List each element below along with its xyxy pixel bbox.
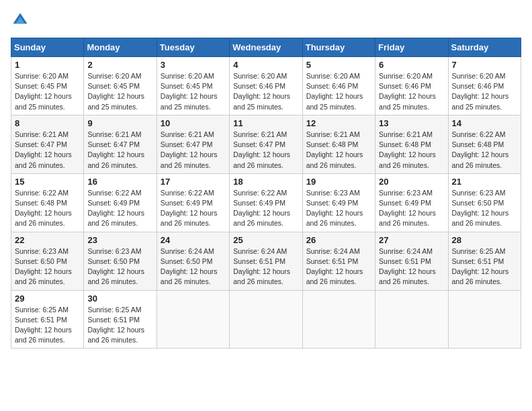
calendar-cell: 20Sunrise: 6:23 AMSunset: 6:49 PMDayligh… <box>375 173 448 232</box>
calendar-cell <box>375 290 448 349</box>
day-number: 11 <box>233 118 298 128</box>
day-number: 12 <box>306 118 371 128</box>
day-info: Sunrise: 6:22 AMSunset: 6:49 PMDaylight:… <box>87 188 152 229</box>
day-number: 23 <box>87 235 152 245</box>
day-info: Sunrise: 6:21 AMSunset: 6:47 PMDaylight:… <box>15 130 80 171</box>
day-header-tuesday: Tuesday <box>157 38 229 57</box>
day-number: 28 <box>452 235 517 245</box>
day-info: Sunrise: 6:25 AMSunset: 6:51 PMDaylight:… <box>452 246 517 287</box>
day-header-saturday: Saturday <box>448 38 521 57</box>
day-info: Sunrise: 6:23 AMSunset: 6:50 PMDaylight:… <box>452 188 517 229</box>
day-number: 4 <box>233 60 298 70</box>
day-number: 20 <box>379 177 444 187</box>
calendar-cell: 6Sunrise: 6:20 AMSunset: 6:46 PMDaylight… <box>375 57 448 116</box>
calendar-cell: 1Sunrise: 6:20 AMSunset: 6:45 PMDaylight… <box>11 57 84 116</box>
day-info: Sunrise: 6:20 AMSunset: 6:46 PMDaylight:… <box>233 71 298 112</box>
calendar-cell: 3Sunrise: 6:20 AMSunset: 6:45 PMDaylight… <box>157 57 229 116</box>
calendar-cell: 28Sunrise: 6:25 AMSunset: 6:51 PMDayligh… <box>448 232 521 290</box>
calendar-cell <box>302 290 375 349</box>
calendar-table: SundayMondayTuesdayWednesdayThursdayFrid… <box>11 38 521 349</box>
calendar-week-3: 15Sunrise: 6:22 AMSunset: 6:48 PMDayligh… <box>11 173 521 232</box>
day-number: 19 <box>306 177 371 187</box>
calendar-cell: 10Sunrise: 6:21 AMSunset: 6:47 PMDayligh… <box>157 115 229 173</box>
day-header-wednesday: Wednesday <box>230 38 302 57</box>
day-info: Sunrise: 6:24 AMSunset: 6:50 PMDaylight:… <box>161 246 226 287</box>
calendar-cell: 17Sunrise: 6:22 AMSunset: 6:49 PMDayligh… <box>157 173 229 232</box>
calendar-cell: 26Sunrise: 6:24 AMSunset: 6:51 PMDayligh… <box>302 232 375 290</box>
day-info: Sunrise: 6:22 AMSunset: 6:49 PMDaylight:… <box>161 188 226 229</box>
day-info: Sunrise: 6:21 AMSunset: 6:48 PMDaylight:… <box>379 130 444 171</box>
logo-icon <box>11 11 30 30</box>
day-info: Sunrise: 6:25 AMSunset: 6:51 PMDaylight:… <box>15 305 80 346</box>
day-number: 8 <box>15 118 80 128</box>
day-number: 21 <box>452 177 517 187</box>
day-number: 26 <box>306 235 371 245</box>
calendar-week-5: 29Sunrise: 6:25 AMSunset: 6:51 PMDayligh… <box>11 290 521 349</box>
calendar-cell <box>230 290 302 349</box>
day-info: Sunrise: 6:21 AMSunset: 6:47 PMDaylight:… <box>161 130 226 171</box>
calendar-cell: 27Sunrise: 6:24 AMSunset: 6:51 PMDayligh… <box>375 232 448 290</box>
calendar-cell: 15Sunrise: 6:22 AMSunset: 6:48 PMDayligh… <box>11 173 84 232</box>
calendar-cell: 22Sunrise: 6:23 AMSunset: 6:50 PMDayligh… <box>11 232 84 290</box>
day-info: Sunrise: 6:20 AMSunset: 6:46 PMDaylight:… <box>306 71 371 112</box>
day-info: Sunrise: 6:24 AMSunset: 6:51 PMDaylight:… <box>233 246 298 287</box>
calendar-week-4: 22Sunrise: 6:23 AMSunset: 6:50 PMDayligh… <box>11 232 521 290</box>
day-number: 13 <box>379 118 444 128</box>
day-info: Sunrise: 6:21 AMSunset: 6:47 PMDaylight:… <box>233 130 298 171</box>
calendar-cell: 14Sunrise: 6:22 AMSunset: 6:48 PMDayligh… <box>448 115 521 173</box>
day-info: Sunrise: 6:22 AMSunset: 6:48 PMDaylight:… <box>452 130 517 171</box>
day-number: 24 <box>161 235 226 245</box>
calendar-cell: 9Sunrise: 6:21 AMSunset: 6:47 PMDaylight… <box>84 115 157 173</box>
day-number: 29 <box>15 293 80 304</box>
day-number: 18 <box>233 177 298 187</box>
calendar-cell: 7Sunrise: 6:20 AMSunset: 6:46 PMDaylight… <box>448 57 521 116</box>
calendar-cell: 13Sunrise: 6:21 AMSunset: 6:48 PMDayligh… <box>375 115 448 173</box>
calendar-cell: 4Sunrise: 6:20 AMSunset: 6:46 PMDaylight… <box>230 57 302 116</box>
day-info: Sunrise: 6:22 AMSunset: 6:49 PMDaylight:… <box>233 188 298 229</box>
calendar-cell: 25Sunrise: 6:24 AMSunset: 6:51 PMDayligh… <box>230 232 302 290</box>
day-info: Sunrise: 6:25 AMSunset: 6:51 PMDaylight:… <box>87 305 152 346</box>
day-number: 16 <box>87 177 152 187</box>
calendar-cell: 16Sunrise: 6:22 AMSunset: 6:49 PMDayligh… <box>84 173 157 232</box>
day-info: Sunrise: 6:20 AMSunset: 6:46 PMDaylight:… <box>379 71 444 112</box>
day-number: 2 <box>87 60 152 70</box>
day-info: Sunrise: 6:23 AMSunset: 6:50 PMDaylight:… <box>15 246 80 287</box>
calendar-cell <box>157 290 229 349</box>
calendar-cell: 8Sunrise: 6:21 AMSunset: 6:47 PMDaylight… <box>11 115 84 173</box>
calendar-cell: 30Sunrise: 6:25 AMSunset: 6:51 PMDayligh… <box>84 290 157 349</box>
calendar-cell: 2Sunrise: 6:20 AMSunset: 6:45 PMDaylight… <box>84 57 157 116</box>
day-header-friday: Friday <box>375 38 448 57</box>
day-info: Sunrise: 6:24 AMSunset: 6:51 PMDaylight:… <box>306 246 371 287</box>
day-number: 17 <box>161 177 226 187</box>
day-header-thursday: Thursday <box>302 38 375 57</box>
day-info: Sunrise: 6:21 AMSunset: 6:48 PMDaylight:… <box>306 130 371 171</box>
day-number: 1 <box>15 60 80 70</box>
day-number: 15 <box>15 177 80 187</box>
calendar-week-2: 8Sunrise: 6:21 AMSunset: 6:47 PMDaylight… <box>11 115 521 173</box>
day-number: 9 <box>87 118 152 128</box>
day-number: 5 <box>306 60 371 70</box>
calendar-cell: 5Sunrise: 6:20 AMSunset: 6:46 PMDaylight… <box>302 57 375 116</box>
calendar-cell: 23Sunrise: 6:23 AMSunset: 6:50 PMDayligh… <box>84 232 157 290</box>
calendar-header-row: SundayMondayTuesdayWednesdayThursdayFrid… <box>11 38 521 57</box>
day-info: Sunrise: 6:20 AMSunset: 6:45 PMDaylight:… <box>161 71 226 112</box>
calendar-cell: 21Sunrise: 6:23 AMSunset: 6:50 PMDayligh… <box>448 173 521 232</box>
day-info: Sunrise: 6:20 AMSunset: 6:45 PMDaylight:… <box>15 71 80 112</box>
calendar-cell: 18Sunrise: 6:22 AMSunset: 6:49 PMDayligh… <box>230 173 302 232</box>
day-number: 27 <box>379 235 444 245</box>
day-info: Sunrise: 6:22 AMSunset: 6:48 PMDaylight:… <box>15 188 80 229</box>
day-number: 22 <box>15 235 80 245</box>
day-header-monday: Monday <box>84 38 157 57</box>
day-info: Sunrise: 6:21 AMSunset: 6:47 PMDaylight:… <box>87 130 152 171</box>
day-number: 25 <box>233 235 298 245</box>
logo <box>11 11 32 30</box>
day-info: Sunrise: 6:20 AMSunset: 6:46 PMDaylight:… <box>452 71 517 112</box>
day-info: Sunrise: 6:23 AMSunset: 6:49 PMDaylight:… <box>306 188 371 229</box>
calendar-cell <box>448 290 521 349</box>
day-info: Sunrise: 6:23 AMSunset: 6:50 PMDaylight:… <box>87 246 152 287</box>
day-info: Sunrise: 6:24 AMSunset: 6:51 PMDaylight:… <box>379 246 444 287</box>
calendar-cell: 11Sunrise: 6:21 AMSunset: 6:47 PMDayligh… <box>230 115 302 173</box>
day-info: Sunrise: 6:23 AMSunset: 6:49 PMDaylight:… <box>379 188 444 229</box>
day-info: Sunrise: 6:20 AMSunset: 6:45 PMDaylight:… <box>87 71 152 112</box>
page-header <box>11 11 521 30</box>
